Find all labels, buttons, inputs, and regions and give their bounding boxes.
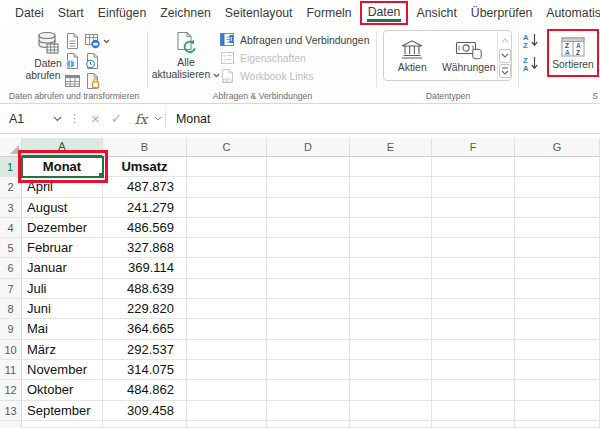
cell[interactable] [432, 157, 515, 177]
cell[interactable] [515, 340, 600, 360]
cell[interactable] [350, 218, 432, 238]
cell[interactable] [432, 421, 515, 428]
cell[interactable] [350, 157, 432, 177]
cell[interactable] [187, 360, 267, 380]
cell-a9[interactable]: Mai [22, 319, 103, 339]
cell[interactable] [432, 279, 515, 299]
cell[interactable] [432, 218, 515, 238]
cell-a7[interactable]: Juli [22, 279, 103, 299]
cell[interactable] [515, 380, 600, 400]
cell[interactable] [267, 279, 350, 299]
cell[interactable] [267, 157, 350, 177]
row-header-partial[interactable] [0, 421, 22, 428]
cell[interactable] [267, 380, 350, 400]
cell-b4[interactable]: 486.569 [103, 218, 187, 238]
from-picture-icon[interactable] [84, 31, 110, 51]
row-header-8[interactable]: 8 [0, 299, 22, 319]
cell-b13[interactable]: 309.458 [103, 401, 187, 421]
menu-item-start[interactable]: Start [51, 6, 91, 20]
cell[interactable] [187, 238, 267, 258]
cell[interactable] [515, 157, 600, 177]
menu-item-ansicht[interactable]: Ansicht [409, 6, 463, 20]
cell[interactable] [432, 238, 515, 258]
column-header-c[interactable]: C [187, 138, 267, 157]
stocks-button[interactable]: Aktien [384, 31, 441, 80]
currencies-button[interactable]: Währungen [441, 31, 498, 80]
recent-sources-icon[interactable] [84, 51, 110, 71]
cell[interactable] [267, 340, 350, 360]
cell[interactable] [187, 157, 267, 177]
cell[interactable] [350, 198, 432, 218]
row-header-1[interactable]: 1 [0, 157, 22, 177]
cell[interactable] [187, 319, 267, 339]
cell[interactable] [515, 360, 600, 380]
cell[interactable] [432, 401, 515, 421]
cell-a8[interactable]: Juni [22, 299, 103, 319]
cell[interactable] [187, 380, 267, 400]
cell[interactable] [432, 360, 515, 380]
cell[interactable] [187, 218, 267, 238]
gallery-more-icon[interactable] [499, 64, 511, 78]
cell-a2[interactable]: April [22, 177, 103, 197]
cell-a10[interactable]: März [22, 340, 103, 360]
cell[interactable] [267, 218, 350, 238]
cell[interactable] [515, 279, 600, 299]
cell[interactable] [267, 421, 350, 428]
cell-b1[interactable]: Umsatz [103, 157, 187, 177]
cell[interactable] [515, 421, 600, 428]
cell[interactable] [350, 177, 432, 197]
cell-b5[interactable]: 327.868 [103, 238, 187, 258]
cell-a1-selected[interactable]: Monat [22, 157, 103, 177]
cell-b3[interactable]: 241.279 [103, 198, 187, 218]
cell[interactable] [187, 340, 267, 360]
menu-item-einfuegen[interactable]: Einfügen [91, 6, 154, 20]
cell-a11[interactable]: November [22, 360, 103, 380]
fill-handle[interactable] [98, 172, 103, 177]
column-header-g[interactable]: G [515, 138, 600, 157]
cell[interactable] [432, 299, 515, 319]
cell[interactable] [103, 421, 187, 428]
chevron-down-icon[interactable] [151, 116, 165, 121]
cell[interactable] [187, 299, 267, 319]
cell[interactable] [515, 198, 600, 218]
cell[interactable] [187, 177, 267, 197]
menu-item-daten-active[interactable]: Daten [360, 1, 409, 25]
cell-b7[interactable]: 488.639 [103, 279, 187, 299]
cell-b2[interactable]: 487.873 [103, 177, 187, 197]
cell-a6[interactable]: Januar [22, 258, 103, 278]
cell-b9[interactable]: 364.665 [103, 319, 187, 339]
cell[interactable] [350, 238, 432, 258]
cell[interactable] [515, 401, 600, 421]
cell[interactable] [515, 238, 600, 258]
row-header-3[interactable]: 3 [0, 198, 22, 218]
cell[interactable] [432, 380, 515, 400]
cell-b11[interactable]: 314.075 [103, 360, 187, 380]
queries-connections-button[interactable]: Abfragen und Verbindungen [220, 31, 369, 49]
cell-b6[interactable]: 369.114 [103, 258, 187, 278]
cell[interactable] [350, 258, 432, 278]
cell[interactable] [350, 401, 432, 421]
cell-a13[interactable]: September [22, 401, 103, 421]
cancel-icon[interactable]: × [85, 110, 106, 127]
cell[interactable] [350, 319, 432, 339]
menu-item-automatisieren[interactable]: Automatisieren [539, 6, 600, 20]
cell[interactable] [22, 421, 103, 428]
cell-a5[interactable]: Februar [22, 238, 103, 258]
row-header-13[interactable]: 13 [0, 401, 22, 421]
existing-connections-icon[interactable] [84, 71, 110, 91]
row-header-11[interactable]: 11 [0, 360, 22, 380]
menu-item-ueberpruefen[interactable]: Überprüfen [464, 6, 540, 20]
menu-item-formeln[interactable]: Formeln [300, 6, 359, 20]
cell[interactable] [350, 279, 432, 299]
row-header-4[interactable]: 4 [0, 218, 22, 238]
gallery-scroll-up-icon[interactable] [499, 33, 511, 47]
column-header-a[interactable]: A [22, 138, 103, 157]
cell[interactable] [267, 177, 350, 197]
formula-input[interactable]: Monat [176, 112, 210, 126]
row-header-6[interactable]: 6 [0, 258, 22, 278]
cell[interactable] [515, 218, 600, 238]
cell[interactable] [267, 319, 350, 339]
cell-b8[interactable]: 229.820 [103, 299, 187, 319]
cell[interactable] [187, 279, 267, 299]
cell[interactable] [267, 360, 350, 380]
